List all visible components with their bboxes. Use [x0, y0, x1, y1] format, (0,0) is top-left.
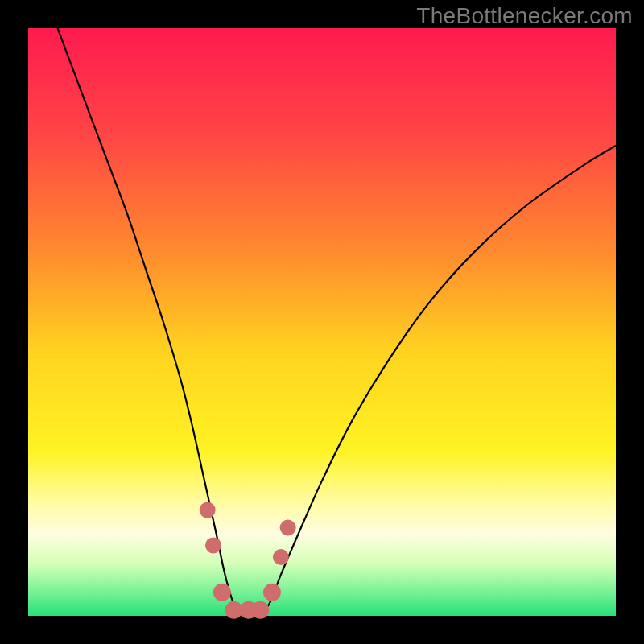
data-marker — [213, 584, 231, 601]
data-marker — [251, 601, 269, 619]
data-marker — [273, 549, 289, 565]
plot-background — [28, 28, 616, 616]
data-marker — [200, 502, 216, 518]
watermark-text: TheBottlenecker.com — [416, 3, 633, 29]
data-marker — [205, 537, 221, 553]
chart-frame: TheBottlenecker.com — [0, 0, 644, 644]
data-marker — [263, 584, 281, 601]
bottleneck-chart — [0, 0, 644, 644]
data-marker — [280, 520, 296, 536]
